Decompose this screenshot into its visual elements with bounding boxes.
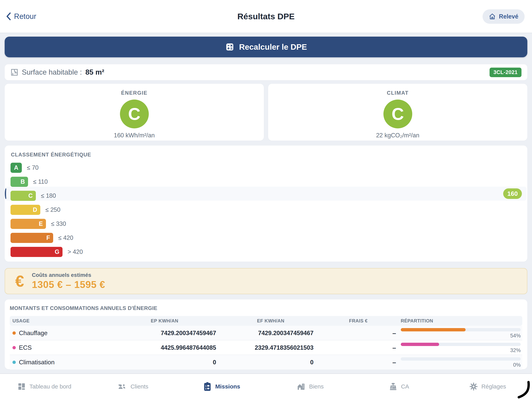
classification-card: CLASSEMENT ÉNERGÉTIQUE 160 A ≤ 70 B ≤ 11… [5, 146, 527, 262]
class-threshold-e: ≤ 330 [51, 220, 66, 227]
back-button[interactable]: Retour [6, 0, 36, 33]
class-bar-b: B [11, 177, 28, 187]
buildings-icon [297, 382, 305, 391]
energy-card: ÉNERGIE C 160 kWh/m²/an [5, 84, 264, 141]
surface-value: 85 m² [85, 68, 104, 76]
repartition-percent: 54% [510, 333, 521, 339]
ecs-dot [13, 346, 16, 349]
repartition-track [401, 343, 521, 346]
ep-value: 7429.200347459467 [107, 330, 222, 337]
surface-label: Surface habitable : [22, 68, 82, 76]
class-row-b: B ≤ 110 [5, 175, 527, 189]
repartition-percent: 0% [513, 362, 521, 368]
gear-icon [469, 382, 478, 391]
missions-icon: 12 [203, 382, 212, 391]
class-threshold-a: ≤ 70 [27, 164, 38, 171]
classification-rows: A ≤ 70 B ≤ 110 C ≤ 180 D ≤ 250 E ≤ 330 F… [5, 161, 527, 259]
ef-value: 0 [222, 359, 319, 366]
calculator-icon [225, 42, 234, 52]
classification-title: CLASSEMENT ÉNERGÉTIQUE [11, 152, 91, 158]
frais-value: – [319, 359, 397, 366]
euro-icon: € [15, 273, 24, 289]
tab-reglages[interactable]: Réglages [443, 374, 532, 399]
repartition-cell: 32% [397, 340, 522, 355]
class-threshold-f: ≤ 420 [58, 234, 73, 241]
tab-missions[interactable]: 12 Missions [177, 374, 266, 399]
table-header: USAGE EP KWH/AN EF KWH/AN FRAIS € RÉPART… [10, 316, 522, 326]
usage-label: ECS [19, 344, 32, 351]
col-ef: EF KWH/AN [222, 318, 319, 324]
floorplan-icon [11, 68, 18, 76]
class-threshold-c: ≤ 180 [41, 192, 56, 199]
repartition-fill [401, 328, 466, 331]
class-bar-e: E [11, 219, 46, 229]
metric-cards: ÉNERGIE C 160 kWh/m²/an CLIMAT C 22 kgCO… [5, 84, 527, 141]
energy-grade-badge: C [120, 100, 149, 129]
class-row-c: C ≤ 180 [5, 189, 527, 203]
class-bar-c: C [11, 191, 36, 201]
class-row-d: D ≤ 250 [5, 203, 527, 217]
frais-value: – [319, 329, 397, 337]
releve-label: Relevé [499, 13, 518, 20]
class-threshold-d: ≤ 250 [45, 206, 60, 213]
ep-value: 0 [107, 359, 222, 366]
page-title: Résultats DPE [0, 0, 532, 33]
svg-text:1: 1 [205, 385, 206, 387]
back-label: Retour [14, 12, 36, 21]
usage-label: Climatisation [19, 359, 55, 366]
recalculate-label: Recalculer le DPE [239, 42, 307, 52]
repartition-cell: 54% [397, 326, 522, 340]
energy-title: ÉNERGIE [121, 90, 148, 96]
col-frais: FRAIS € [319, 318, 397, 324]
col-usage: USAGE [10, 318, 107, 324]
ef-value: 2329.4718356021503 [222, 344, 319, 351]
table-title: MONTANTS ET CONSOMMATIONS ANNUELS D'ÉNER… [10, 305, 522, 311]
table-row-chauffage: Chauffage 7429.200347459467 7429.2003474… [10, 326, 522, 340]
class-row-a: A ≤ 70 [5, 161, 527, 175]
chauffage-dot [13, 331, 16, 335]
dashboard-icon [17, 382, 26, 391]
svg-text:2: 2 [205, 387, 206, 390]
ef-value: 7429.200347459467 [222, 330, 319, 337]
climate-title: CLIMAT [387, 90, 409, 96]
table-row-ecs: ECS 4425.996487644085 2329.4718356021503… [10, 340, 522, 355]
frais-value: – [319, 344, 397, 351]
annual-costs-panel: € Coûts annuels estimés 1305 € – 1595 € [5, 268, 527, 294]
repartition-percent: 32% [510, 347, 521, 354]
energy-value: 160 kWh/m²/an [114, 132, 155, 139]
surface-card: Surface habitable : 85 m² 3CL-2021 [5, 64, 527, 80]
class-row-g: G > 420 [5, 245, 527, 259]
top-bar: Retour Résultats DPE Relevé [0, 0, 532, 33]
repartition-cell: 0% [397, 355, 522, 370]
ep-value: 4425.996487644085 [107, 344, 222, 351]
tab-ca[interactable]: CA [355, 374, 443, 399]
col-ep: EP KWH/AN [107, 318, 222, 324]
repartition-track [401, 328, 521, 331]
climate-value: 22 kgCO₂/m²/an [376, 132, 419, 139]
class-bar-a: A [11, 163, 22, 173]
class-row-e: E ≤ 330 [5, 217, 527, 231]
class-bar-g: G [11, 247, 63, 257]
repartition-track [401, 357, 521, 361]
current-grade-bracket [5, 187, 8, 200]
class-row-f: F ≤ 420 [5, 231, 527, 245]
costs-label: Coûts annuels estimés [32, 272, 105, 278]
releve-button[interactable]: Relevé [482, 9, 525, 24]
repartition-fill [401, 343, 439, 346]
tab-clients[interactable]: Clients [89, 374, 177, 399]
col-repartition: RÉPARTITION [397, 318, 522, 324]
consumption-table-card: MONTANTS ET CONSOMMATIONS ANNUELS D'ÉNER… [5, 299, 527, 369]
home-icon [489, 13, 496, 20]
class-threshold-b: ≤ 110 [33, 178, 48, 185]
method-badge: 3CL-2021 [489, 68, 521, 77]
bottom-tab-bar: Tableau de bord Clients 12 Missions Bien… [0, 373, 532, 399]
climatisation-dot [13, 361, 16, 364]
usage-label: Chauffage [19, 329, 48, 337]
chevron-left-icon [6, 12, 12, 21]
costs-value: 1305 € – 1595 € [32, 279, 105, 290]
tab-tableau-de-bord[interactable]: Tableau de bord [0, 374, 89, 399]
cash-register-icon [389, 382, 398, 391]
tab-biens[interactable]: Biens [266, 374, 355, 399]
class-bar-d: D [11, 205, 40, 215]
recalculate-dpe-button[interactable]: Recalculer le DPE [5, 37, 527, 57]
